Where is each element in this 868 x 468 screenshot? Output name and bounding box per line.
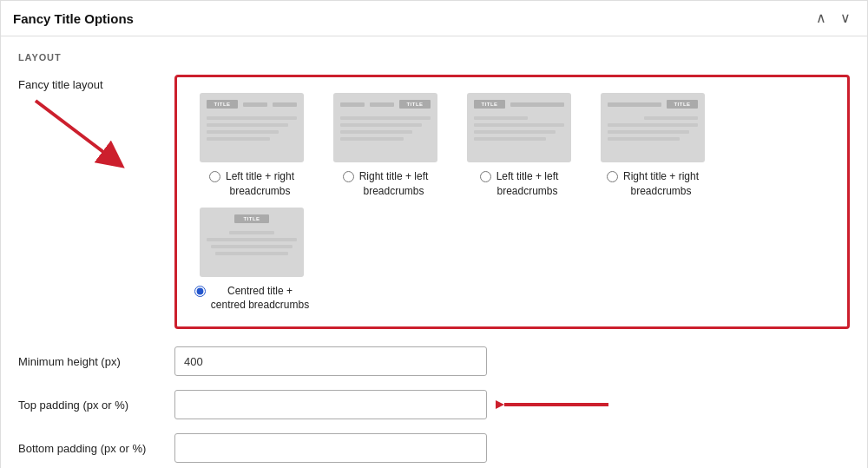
layout-radio-4[interactable]: Right title + rightbreadcrumbs bbox=[607, 169, 699, 199]
panel-body: LAYOUT Fancy title layout bbox=[1, 36, 867, 468]
top-padding-input[interactable] bbox=[174, 390, 487, 419]
layout-label-2: Right title + leftbreadcrumbs bbox=[359, 169, 429, 199]
arrow-left-icon bbox=[496, 395, 608, 414]
panel-title: Fancy Title Options bbox=[13, 11, 134, 26]
bottom-padding-label: Bottom padding (px or %) bbox=[18, 442, 174, 455]
layout-thumb-4: TITLE bbox=[601, 93, 705, 162]
fancy-title-layout-label: Fancy title layout bbox=[18, 75, 174, 91]
min-height-row: Minimum height (px) bbox=[18, 346, 850, 376]
panel-header: Fancy Title Options ∧ ∨ bbox=[1, 1, 867, 36]
layout-option-right-title-left-breadcrumbs[interactable]: TITLE Right title + leftbreadcru bbox=[325, 93, 446, 199]
layout-radio-5[interactable]: Centred title +centred breadcrumbs bbox=[194, 284, 309, 313]
top-padding-label: Top padding (px or %) bbox=[18, 399, 174, 412]
layout-option-right-title-right-breadcrumbs[interactable]: TITLE bbox=[592, 93, 713, 199]
layout-label-1: Left title + rightbreadcrumbs bbox=[226, 169, 294, 199]
expand-button[interactable]: ∨ bbox=[836, 10, 855, 27]
fancy-title-options-panel: Fancy Title Options ∧ ∨ LAYOUT Fancy tit… bbox=[0, 0, 868, 468]
layout-label-4: Right title + rightbreadcrumbs bbox=[623, 169, 699, 199]
min-height-input[interactable] bbox=[174, 346, 487, 376]
layout-option-centred[interactable]: TITLE Centred title +centred bre bbox=[191, 208, 312, 313]
bottom-padding-input[interactable] bbox=[174, 433, 487, 463]
layout-label-3: Left title + leftbreadcrumbs bbox=[496, 169, 559, 199]
layout-option-left-title-right-breadcrumbs[interactable]: TITLE bbox=[191, 93, 312, 199]
layout-section-label: LAYOUT bbox=[18, 52, 850, 63]
layout-radio-3[interactable]: Left title + leftbreadcrumbs bbox=[480, 169, 559, 199]
layout-thumb-5: TITLE bbox=[200, 208, 304, 277]
top-padding-field-wrapper bbox=[174, 390, 487, 419]
layout-options-box: TITLE bbox=[174, 75, 850, 329]
layout-radio-input-4[interactable] bbox=[607, 171, 618, 182]
bottom-padding-field-wrapper bbox=[174, 433, 487, 463]
layout-thumb-1: TITLE bbox=[200, 93, 304, 162]
header-controls: ∧ ∨ bbox=[812, 10, 855, 27]
top-padding-row: Top padding (px or %) bbox=[18, 390, 850, 419]
layout-radio-input-3[interactable] bbox=[480, 171, 491, 182]
bottom-padding-row: Bottom padding (px or %) bbox=[18, 433, 850, 463]
layout-radio-2[interactable]: Right title + leftbreadcrumbs bbox=[343, 169, 429, 199]
min-height-label: Minimum height (px) bbox=[18, 355, 174, 368]
layout-options-container: TITLE bbox=[174, 75, 850, 329]
arrow-down-right-icon bbox=[18, 92, 131, 170]
layout-radio-input-1[interactable] bbox=[209, 171, 220, 182]
layout-radio-input-5[interactable] bbox=[194, 286, 206, 297]
layout-radio-1[interactable]: Left title + rightbreadcrumbs bbox=[209, 169, 294, 199]
layout-label-5: Centred title +centred breadcrumbs bbox=[211, 284, 309, 313]
layout-thumb-3: TITLE bbox=[467, 93, 571, 162]
fancy-title-layout-row: Fancy title layout bbox=[18, 75, 850, 329]
layout-option-left-title-left-breadcrumbs[interactable]: TITLE Left titl bbox=[458, 93, 580, 199]
collapse-button[interactable]: ∧ bbox=[812, 10, 831, 27]
svg-line-1 bbox=[36, 101, 114, 160]
layout-radio-input-2[interactable] bbox=[343, 171, 354, 182]
min-height-field-wrapper bbox=[174, 346, 487, 376]
layout-thumb-2: TITLE bbox=[333, 93, 437, 162]
